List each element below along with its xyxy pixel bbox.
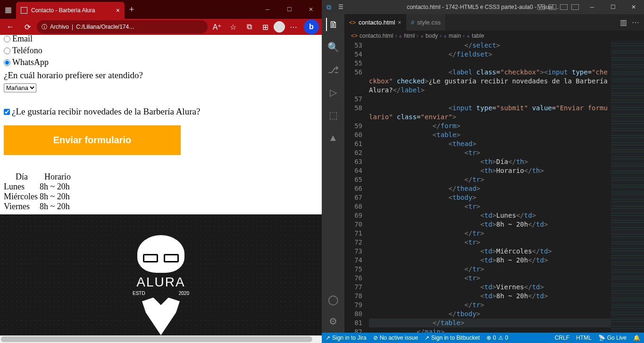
info-icon: ⓘ [42, 23, 47, 31]
sb-problems[interactable]: ⊗0 ⚠0 [486, 335, 508, 341]
browser-titlebar: ▦ Contacto - Barbería Alura × + ─ ☐ ✕ [0, 0, 322, 19]
breadcrumb[interactable]: <> contacto.html› ⬨html› ⬨body› ⬨main› ⬨… [344, 31, 644, 41]
sb-lang[interactable]: HTML [576, 335, 592, 341]
maximize-button[interactable]: ☐ [278, 0, 300, 19]
code-lines[interactable]: </select> </fieldset> <label class="chec… [369, 41, 611, 333]
addr-prefix: Archivo [50, 24, 69, 30]
status-bar: ↗ Sign in to Jira ⊘ No active issue ↗ Si… [322, 333, 644, 343]
refresh-button[interactable]: ⟳ [20, 20, 35, 34]
css-file-icon: # [411, 19, 414, 26]
vs-close-button[interactable]: ✕ [623, 4, 644, 10]
radio-telefono-input[interactable] [4, 48, 10, 54]
activity-bar: 🗎 🔍 ⎇ ▷ ⬚ ▲ ◯ ⚙ [322, 14, 344, 333]
code-editor[interactable]: 53545556 5758 59606162636465666768697071… [344, 41, 644, 333]
horario-question: ¿En cuál horario prefiere ser atendido? [4, 70, 318, 81]
radio-email-input[interactable] [4, 36, 10, 42]
page-content: Email Teléfono WhatsApp ¿En cuál horario… [0, 35, 322, 343]
close-tab-icon[interactable]: × [398, 19, 401, 26]
vs-minimize-button[interactable]: ─ [582, 4, 602, 10]
table-row: Viernes8h ~ 20h [4, 202, 75, 212]
run-debug-icon[interactable]: ▷ [326, 86, 340, 99]
radio-whatsapp[interactable]: WhatsApp [4, 57, 318, 67]
footer-logo-band: ALURA ESTD 2020 [0, 214, 322, 343]
editor-tabs: <> contacto.html × # style.css ▥ ⋯ [344, 14, 644, 31]
hours-table: Día Horario Lunes8h ~ 20hMiércoles8h ~ 2… [4, 172, 75, 212]
atlassian-icon[interactable]: ▲ [326, 131, 340, 144]
customize-layout-icon[interactable] [571, 4, 579, 10]
horario-select[interactable]: Mañana [4, 83, 36, 92]
minimap[interactable] [611, 41, 644, 333]
source-control-icon[interactable]: ⎇ [326, 63, 340, 76]
sb-golive[interactable]: 📡 Go Live [598, 335, 627, 341]
close-window-button[interactable]: ✕ [300, 0, 322, 19]
search-icon[interactable]: 🔍 [326, 41, 340, 54]
sb-notifications-icon[interactable]: 🔔 [633, 335, 640, 341]
table-row: Lunes8h ~ 20h [4, 182, 75, 192]
hamburger-menu-icon[interactable]: ☰ [336, 4, 345, 10]
th-dia: Día [4, 172, 40, 182]
horizontal-scrollbar[interactable] [0, 335, 322, 343]
vscode-window: ⧉ ☰ contacto.html - 1742-HTML5 e CSS3 pa… [322, 0, 644, 343]
vscode-logo-icon: ⧉ [322, 3, 336, 11]
alura-logo: ALURA ESTD 2020 [133, 235, 189, 335]
minimize-button[interactable]: ─ [257, 0, 278, 19]
newsletter-checkbox-row[interactable]: ¿Le gustaría recibir novedades de la Bar… [4, 106, 318, 117]
vscode-titlebar: ⧉ ☰ contacto.html - 1742-HTML5 e CSS3 pa… [322, 0, 644, 14]
more-actions-icon[interactable]: ⋯ [632, 18, 639, 27]
editor-area: <> contacto.html × # style.css ▥ ⋯ <> co… [344, 14, 644, 333]
translate-icon[interactable]: ⧉ [242, 20, 257, 34]
address-bar[interactable]: ⓘ Archivo | C:/Liliana/Oracle/174… [37, 20, 208, 33]
split-editor-icon[interactable]: ▥ [620, 18, 627, 27]
radio-whatsapp-input[interactable] [4, 59, 10, 66]
sb-issue[interactable]: ⊘ No active issue [373, 335, 418, 341]
window-controls: ─ ☐ ✕ [257, 0, 322, 19]
explorer-icon[interactable]: 🗎 [326, 18, 339, 31]
edge-browser: ▦ Contacto - Barbería Alura × + ─ ☐ ✕ ← … [0, 0, 322, 343]
html-file-icon: <> [351, 33, 358, 39]
tab-style-css[interactable]: # style.css [406, 14, 446, 31]
profile-avatar[interactable] [274, 21, 285, 33]
vs-maximize-button[interactable]: ☐ [602, 4, 623, 10]
more-icon[interactable]: ⋯ [286, 20, 301, 34]
newsletter-checkbox[interactable] [4, 109, 10, 115]
toolbar-right: A⁺ ☆ ⧉ ⊞ ⋯ b [209, 19, 319, 34]
tab-contacto-html[interactable]: <> contacto.html × [344, 14, 406, 31]
sb-bitbucket[interactable]: ↗ Sign in to Bitbucket [425, 335, 480, 341]
radio-email[interactable]: Email [4, 35, 318, 44]
html-file-icon: <> [349, 19, 356, 26]
read-aloud-icon[interactable]: A⁺ [209, 20, 225, 34]
back-button[interactable]: ← [3, 20, 18, 34]
window-title: contacto.html - 1742-HTML5 e CSS3 parte1… [407, 4, 559, 10]
settings-gear-icon[interactable]: ⚙ [326, 315, 340, 328]
th-horario: Horario [40, 172, 75, 182]
table-row: Miércoles8h ~ 20h [4, 192, 75, 202]
sb-jira[interactable]: ↗ Sign in to Jira [326, 335, 367, 341]
tab-title: Contacto - Barbería Alura [31, 7, 95, 14]
submit-button[interactable]: Enviar formulario [4, 125, 181, 155]
sb-eol[interactable]: CRLF [555, 335, 569, 341]
close-tab-icon[interactable]: × [116, 7, 120, 14]
bing-chat-button[interactable]: b [304, 19, 319, 34]
favorite-icon[interactable]: ☆ [226, 20, 241, 34]
radio-telefono[interactable]: Teléfono [4, 46, 318, 56]
extensions-icon[interactable]: ⬚ [326, 108, 340, 122]
browser-toolbar: ← ⟳ ⓘ Archivo | C:/Liliana/Oracle/174… A… [0, 19, 322, 35]
tab-actions-icon[interactable]: ▦ [0, 1, 16, 17]
line-gutter: 53545556 5758 59606162636465666768697071… [344, 41, 369, 333]
toggle-secondary-sidebar-icon[interactable] [560, 4, 568, 10]
browser-tab[interactable]: Contacto - Barbería Alura × [16, 2, 125, 19]
accounts-icon[interactable]: ◯ [326, 293, 340, 306]
addr-path: C:/Liliana/Oracle/174… [76, 24, 134, 30]
new-tab-button[interactable]: + [125, 5, 139, 15]
collections-icon[interactable]: ⊞ [258, 20, 273, 34]
page-icon [21, 7, 27, 14]
